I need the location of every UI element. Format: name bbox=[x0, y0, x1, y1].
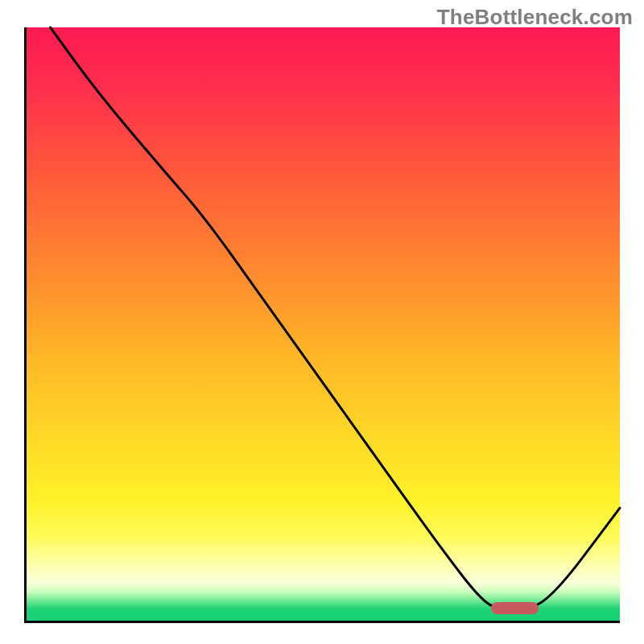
chart-canvas: TheBottleneck.com bbox=[0, 0, 644, 644]
watermark-text: TheBottleneck.com bbox=[437, 5, 633, 30]
optimal-range-marker bbox=[491, 602, 539, 614]
bottleneck-curve bbox=[27, 27, 620, 621]
plot-area bbox=[24, 27, 620, 623]
curve-line bbox=[50, 27, 620, 609]
